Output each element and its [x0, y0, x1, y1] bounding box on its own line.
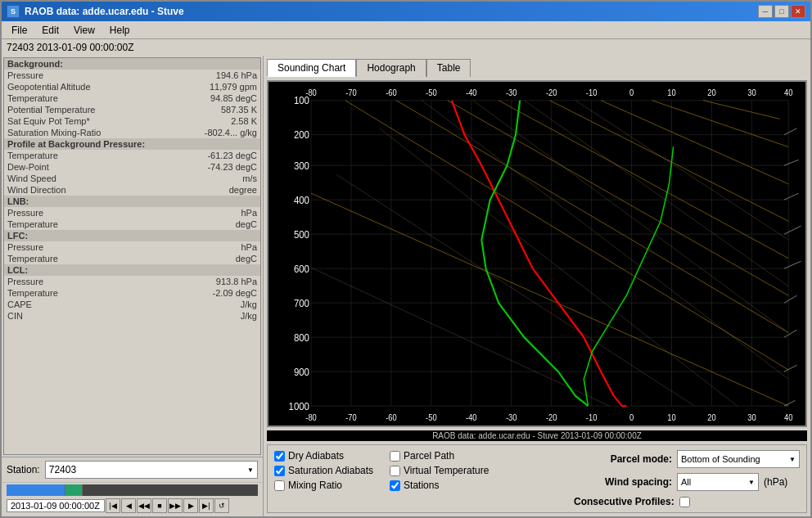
data-row: Potential Temperature587.35 K	[4, 104, 260, 115]
station-select[interactable]: 72403 ▼	[45, 461, 258, 479]
tabs: Sounding Chart Hodograph Table	[267, 59, 807, 77]
stations-checkbox[interactable]	[390, 480, 400, 491]
data-row-value: 2.58 K	[231, 116, 257, 126]
stations-label: Stations	[404, 480, 439, 491]
data-row-value: 194.6 hPa	[216, 70, 257, 80]
loop-button[interactable]: ↺	[214, 498, 229, 513]
sat-adiabats-label: Saturation Adiabats	[288, 465, 373, 476]
timeline-bar	[7, 484, 258, 496]
data-row-value: 913.8 hPa	[216, 277, 257, 286]
svg-text:-80: -80	[305, 88, 317, 97]
skip-fwd-button[interactable]: ▶|	[199, 498, 214, 513]
data-row-value: -802.4... g/kg	[205, 128, 257, 137]
svg-text:-30: -30	[506, 88, 517, 97]
data-row-value: hPa	[241, 208, 257, 218]
svg-text:-60: -60	[386, 88, 397, 97]
sat-adiabats-row: Saturation Adiabats	[274, 465, 373, 476]
virtual-temp-label: Virtual Temperature	[404, 465, 489, 476]
prev-button[interactable]: ◀	[121, 498, 136, 513]
svg-text:500: 500	[294, 228, 309, 241]
data-row-label: LFC:	[7, 231, 28, 241]
consecutive-profiles-label: Consecutive Profiles:	[574, 496, 674, 507]
data-row-value: 587.35 K	[221, 105, 257, 115]
data-row: Dew-Point-74.23 degC	[4, 161, 260, 173]
svg-rect-0	[268, 82, 805, 426]
skip-back-button[interactable]: |◀	[106, 498, 120, 513]
menu-view[interactable]: View	[67, 23, 102, 38]
time-display: 2013-01-09 00:00:00Z	[7, 499, 105, 512]
data-row-label: Potential Temperature	[7, 105, 95, 115]
play-rev-button[interactable]: ◀◀	[137, 498, 151, 513]
mixing-ratio-label: Mixing Ratio	[288, 480, 342, 491]
svg-text:400: 400	[294, 194, 309, 206]
stop-button[interactable]: ■	[152, 498, 167, 513]
svg-text:-10: -10	[586, 88, 598, 97]
tab-hodograph[interactable]: Hodograph	[356, 59, 426, 77]
window-title: RAOB data: adde.ucar.edu - Stuve	[25, 6, 184, 17]
data-row-value: -74.23 degC	[207, 162, 257, 172]
maximize-button[interactable]: □	[774, 5, 789, 18]
parcel-mode-arrow: ▼	[789, 456, 796, 463]
svg-text:-10: -10	[586, 413, 598, 422]
parcel-mode-select[interactable]: Bottom of Sounding ▼	[677, 450, 800, 468]
consecutive-profiles-row: Consecutive Profiles:	[574, 496, 800, 507]
dry-adiabats-checkbox[interactable]	[274, 451, 285, 462]
svg-text:10: 10	[667, 88, 676, 97]
data-row: PressurehPa	[4, 241, 260, 253]
tab-table[interactable]: Table	[426, 59, 471, 77]
svg-text:-40: -40	[466, 88, 477, 97]
menu-bar: File Edit View Help	[2, 21, 810, 39]
window-controls: ─ □ ✕	[758, 5, 805, 18]
data-row: CINJ/kg	[4, 310, 260, 322]
stations-row: Stations	[390, 480, 489, 491]
dry-adiabats-label: Dry Adiabats	[288, 450, 344, 462]
data-row-label: Pressure	[7, 208, 43, 218]
next-button[interactable]: ▶	[183, 498, 198, 513]
station-row: Station: 72403 ▼	[2, 457, 263, 482]
parcel-path-row: Parcel Path	[390, 450, 489, 462]
hpa-label: (hPa)	[764, 476, 787, 488]
data-row-label: Profile at Background Pressure:	[7, 139, 145, 149]
data-row: LNB:	[4, 196, 260, 207]
data-row: Background:	[4, 58, 260, 70]
sat-adiabats-checkbox[interactable]	[274, 466, 285, 476]
data-row: Temperature-2.09 degC	[4, 287, 260, 299]
virtual-temp-checkbox[interactable]	[390, 466, 400, 476]
data-row-value: 11,979 gpm	[210, 82, 257, 92]
consecutive-profiles-checkbox[interactable]	[679, 497, 690, 507]
data-row: CAPEJ/kg	[4, 299, 260, 310]
svg-text:40: 40	[784, 88, 793, 97]
menu-help[interactable]: Help	[103, 23, 137, 38]
timeline-seg-blue	[7, 484, 65, 496]
minimize-button[interactable]: ─	[758, 5, 773, 18]
mixing-ratio-checkbox[interactable]	[274, 480, 285, 491]
data-row-label: CAPE	[7, 300, 32, 309]
svg-text:30: 30	[747, 88, 756, 97]
checkbox-group-2: Parcel Path Virtual Temperature Stations	[390, 450, 489, 491]
svg-text:1000: 1000	[289, 400, 310, 412]
parcel-path-checkbox[interactable]	[390, 451, 400, 462]
menu-edit[interactable]: Edit	[35, 23, 65, 38]
data-row: Saturation Mixing-Ratio-802.4... g/kg	[4, 127, 260, 138]
play-button[interactable]: ▶▶	[168, 498, 183, 513]
data-row-value: 94.85 degC	[210, 93, 257, 103]
data-row-label: Pressure	[7, 70, 43, 80]
menu-file[interactable]: File	[5, 23, 34, 38]
wind-spacing-select[interactable]: All ▼	[677, 473, 759, 491]
data-row-value: degC	[236, 219, 257, 229]
bottom-controls: Dry Adiabats Saturation Adiabats Mixing …	[267, 444, 807, 513]
svg-text:0: 0	[629, 413, 634, 422]
svg-text:-70: -70	[345, 413, 357, 422]
svg-text:-30: -30	[506, 413, 517, 422]
data-row-label: LCL:	[7, 265, 28, 275]
data-row-label: Wind Direction	[7, 185, 66, 195]
data-row: Temperature-61.23 degC	[4, 150, 260, 161]
svg-text:10: 10	[667, 413, 676, 422]
close-button[interactable]: ✕	[791, 5, 805, 18]
svg-text:-40: -40	[466, 413, 477, 422]
tab-sounding-chart[interactable]: Sounding Chart	[267, 59, 356, 77]
chart-area: 100 200 300 400 500 600 700 800 900 1000…	[267, 80, 807, 427]
main-window: S RAOB data: adde.ucar.edu - Stuve ─ □ ✕…	[0, 0, 812, 518]
mixing-ratio-row: Mixing Ratio	[274, 480, 373, 491]
data-row: LCL:	[4, 264, 260, 276]
